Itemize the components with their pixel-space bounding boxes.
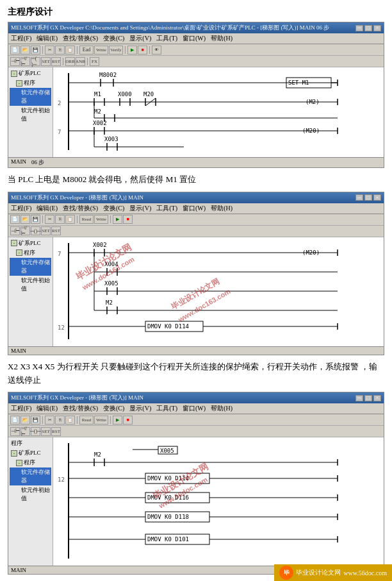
tree-program-1[interactable]: - 程序 <box>10 78 51 88</box>
menu-search-2[interactable]: 查找/替换(S) <box>63 204 98 213</box>
svg-text:(M2): (M2) <box>306 99 320 105</box>
menu-project-2[interactable]: 工程(F) <box>11 204 31 213</box>
tree-device-1[interactable]: 软元件存储器 <box>10 88 51 106</box>
tb2-stop[interactable]: ■ <box>123 215 133 224</box>
tb3-new[interactable]: 📄 <box>10 416 20 425</box>
tb-new[interactable]: 📄 <box>10 46 20 55</box>
tb-open[interactable]: 📂 <box>20 46 30 55</box>
menu-view-1[interactable]: 显示(V) <box>129 34 151 43</box>
tb-fx[interactable]: FX <box>90 57 99 66</box>
tb2-read[interactable]: Read <box>79 215 94 224</box>
menu-view-2[interactable]: 显示(V) <box>129 204 151 213</box>
close-btn-3[interactable]: × <box>373 395 381 401</box>
tb2-contact-no[interactable]: ⊣⊢ <box>10 226 20 235</box>
menu-window-3[interactable]: 窗口(W) <box>183 404 206 413</box>
menu-search-3[interactable]: 查找/替换(S) <box>63 404 98 413</box>
close-btn-1[interactable]: × <box>373 25 381 31</box>
tb2-set[interactable]: SET <box>41 226 51 235</box>
tb3-read[interactable]: Read <box>79 416 94 425</box>
tb3-stop[interactable]: ■ <box>123 416 133 425</box>
maximize-btn-2[interactable]: □ <box>364 194 372 201</box>
menu-tools-1[interactable]: 工具(T) <box>156 34 177 43</box>
tb-stop[interactable]: ■ <box>138 46 147 55</box>
tb-orb[interactable]: ORB <box>65 57 75 66</box>
tree-plc-2[interactable]: - 矿系PLC <box>10 239 51 248</box>
minimize-btn-2[interactable]: ─ <box>355 194 363 201</box>
tb-write[interactable]: Write <box>94 46 108 55</box>
tb-rst[interactable]: RST <box>51 57 61 66</box>
menu-tools-2[interactable]: 工具(T) <box>156 204 177 213</box>
tb2-rst[interactable]: RST <box>51 226 61 235</box>
tb-contact-no[interactable]: ⊣⊢ <box>10 57 20 66</box>
tree-initial-2[interactable]: 软元件初始值 <box>10 276 51 294</box>
tb-monitor[interactable]: 👁 <box>152 46 161 55</box>
tree-plc-3[interactable]: - 矿系PLC <box>10 448 51 458</box>
menu-help-1[interactable]: 帮助(H) <box>211 34 233 43</box>
tb3-save[interactable]: 💾 <box>31 416 40 425</box>
tb2-run[interactable]: ▶ <box>113 215 122 224</box>
tb-coil[interactable]: ─( )─ <box>31 57 40 66</box>
tb-contact-nc[interactable]: ⊣/⊢ <box>20 57 30 66</box>
tree-program-3[interactable]: - 程序 <box>10 458 51 467</box>
tb2-copy[interactable]: ⎘ <box>55 215 65 224</box>
tree-plc-1[interactable]: - 矿系PLC <box>10 69 51 78</box>
tree-initial-3[interactable]: 软元件初始值 <box>10 485 51 503</box>
close-btn-2[interactable]: × <box>373 194 381 201</box>
tb2-cut[interactable]: ✂ <box>45 215 54 224</box>
tb-copy[interactable]: ⎘ <box>55 46 65 55</box>
menu-tools-3[interactable]: 工具(T) <box>156 404 177 413</box>
tb3-coil[interactable]: ─()─ <box>31 427 40 436</box>
menu-window-1[interactable]: 窗口(W) <box>183 34 206 43</box>
tree-prog-header-3[interactable]: 程序 <box>10 439 51 448</box>
tree-device-2[interactable]: 软元件存储器 <box>10 258 51 276</box>
tb3-open[interactable]: 📂 <box>20 416 30 425</box>
tb2-write[interactable]: Write <box>94 215 108 224</box>
tb-cut[interactable]: ✂ <box>45 46 54 55</box>
tree-program-2[interactable]: - 程序 <box>10 248 51 258</box>
maximize-btn-3[interactable]: □ <box>364 395 372 401</box>
menu-convert-2[interactable]: 变换(C) <box>103 204 124 213</box>
tb-anb[interactable]: ANB <box>76 57 85 66</box>
menu-window-2[interactable]: 窗口(W) <box>183 204 206 213</box>
tb3-copy[interactable]: ⎘ <box>55 416 65 425</box>
tb3-set[interactable]: SET <box>41 427 51 436</box>
menu-view-3[interactable]: 显示(V) <box>129 404 151 413</box>
tb3-contact-no[interactable]: ⊣⊢ <box>10 427 20 436</box>
tb3-run[interactable]: ▶ <box>113 416 122 425</box>
maximize-btn-1[interactable]: □ <box>364 25 372 31</box>
menu-help-2[interactable]: 帮助(H) <box>211 204 233 213</box>
tb2-coil[interactable]: ─()─ <box>31 226 40 235</box>
tb-set[interactable]: SET <box>41 57 51 66</box>
menu-project-1[interactable]: 工程(F) <box>11 34 31 43</box>
menu-edit-1[interactable]: 编辑(E) <box>37 34 58 43</box>
tb3-cut[interactable]: ✂ <box>45 416 54 425</box>
menu-convert-3[interactable]: 变换(C) <box>103 404 124 413</box>
menu-project-3[interactable]: 工程(F) <box>11 404 31 413</box>
tb-run[interactable]: ▶ <box>127 46 137 55</box>
tb-verify[interactable]: Verify <box>109 46 123 55</box>
tree-device-3[interactable]: 软元件存储器 <box>10 467 51 485</box>
tb3-contact-nc[interactable]: ⊣/⊢ <box>20 427 30 436</box>
tb-read[interactable]: Ead <box>79 46 94 55</box>
minimize-btn-1[interactable]: ─ <box>355 25 363 31</box>
menu-search-1[interactable]: 查找/替换(S) <box>63 34 98 43</box>
tb2-open[interactable]: 📂 <box>20 215 30 224</box>
tree-icon-3: - <box>11 450 17 457</box>
menu-help-3[interactable]: 帮助(H) <box>211 404 233 413</box>
tb2-new[interactable]: 📄 <box>10 215 20 224</box>
menu-convert-1[interactable]: 变换(C) <box>103 34 124 43</box>
svg-text:X002: X002 <box>93 120 107 126</box>
page-container: 主程序设计 MELSOFT系列 GX Developer C:\Document… <box>0 0 392 581</box>
tb3-paste[interactable]: 📋 <box>65 416 75 425</box>
tb2-contact-nc[interactable]: ⊣/⊢ <box>20 226 30 235</box>
tb3-write[interactable]: Write <box>94 416 108 425</box>
tb-save[interactable]: 💾 <box>31 46 40 55</box>
tb-paste[interactable]: 📋 <box>65 46 75 55</box>
tree-initial-1[interactable]: 软元件初始值 <box>10 106 51 124</box>
tb2-paste[interactable]: 📋 <box>65 215 75 224</box>
tb2-save[interactable]: 💾 <box>31 215 40 224</box>
tb3-rst[interactable]: RST <box>51 427 61 436</box>
minimize-btn-3[interactable]: ─ <box>355 395 363 401</box>
menu-edit-2[interactable]: 编辑(E) <box>37 204 58 213</box>
menu-edit-3[interactable]: 编辑(E) <box>37 404 58 413</box>
